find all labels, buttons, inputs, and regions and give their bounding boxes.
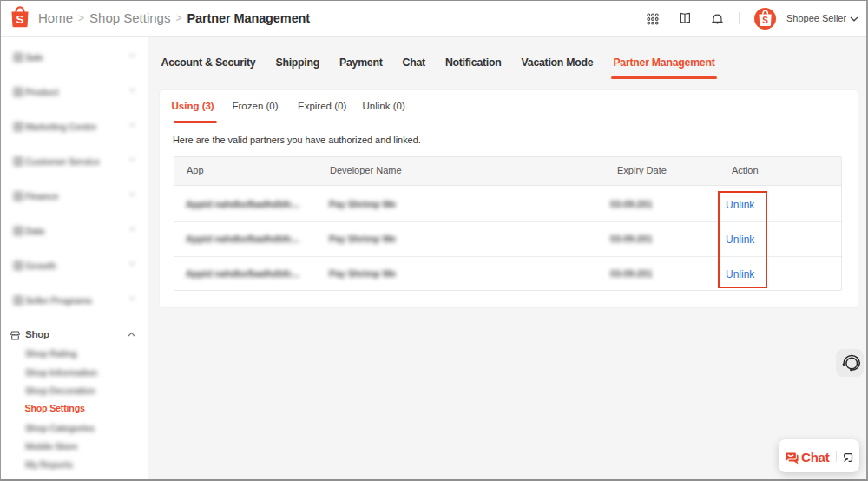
svg-text:S: S [762,16,768,25]
svg-text:S: S [16,13,23,26]
